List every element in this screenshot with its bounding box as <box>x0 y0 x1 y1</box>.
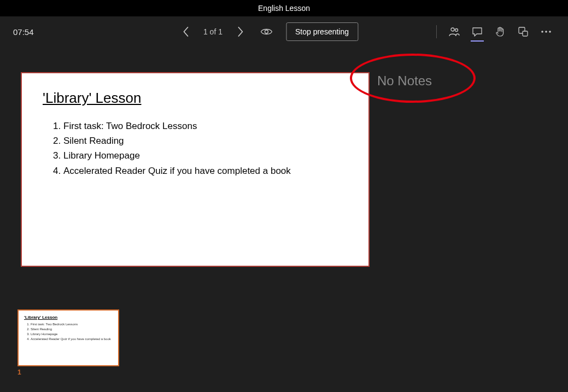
ellipsis-icon <box>541 30 552 33</box>
svg-point-2 <box>455 29 458 32</box>
window-title: English Lesson <box>258 4 310 13</box>
current-slide: 'Library' Lesson First task: Two Bedrock… <box>21 72 370 267</box>
svg-point-7 <box>549 31 551 33</box>
people-icon <box>449 26 460 37</box>
svg-point-1 <box>451 28 454 31</box>
list-item: First task: Two Bedrock Lessons <box>31 322 113 327</box>
next-slide-button[interactable] <box>231 23 249 40</box>
chevron-right-icon <box>236 26 244 37</box>
slide-title: 'Library' Lesson <box>43 90 348 107</box>
raise-hand-button[interactable] <box>489 21 511 43</box>
slide-thumbnail[interactable]: 'Library' Lesson First task: Two Bedrock… <box>17 309 119 366</box>
svg-point-6 <box>545 31 547 33</box>
thumbnail-number: 1 <box>17 368 119 376</box>
center-controls: 1 of 1 Stop presenting <box>177 22 358 41</box>
prev-slide-button[interactable] <box>177 23 195 40</box>
title-bar: English Lesson <box>0 0 568 16</box>
svg-rect-4 <box>523 31 528 36</box>
hand-icon <box>495 26 506 37</box>
breakout-rooms-button[interactable] <box>512 21 534 43</box>
list-item: Library Homepage <box>63 148 348 163</box>
view-button[interactable] <box>256 23 276 40</box>
content-area: 'Library' Lesson First task: Two Bedrock… <box>0 47 568 392</box>
divider <box>436 25 437 38</box>
thumbnail-strip: 'Library' Lesson First task: Two Bedrock… <box>17 309 119 376</box>
list-item: Library Homepage <box>31 332 113 337</box>
right-controls <box>431 21 557 43</box>
list-item: Silent Reading <box>63 133 348 148</box>
list-item: First task: Two Bedrock Lessons <box>63 119 348 133</box>
thumb-title: 'Library' Lesson <box>24 315 113 320</box>
thumb-list: First task: Two Bedrock Lessons Silent R… <box>24 322 113 342</box>
chat-button[interactable] <box>466 21 488 43</box>
chevron-left-icon <box>182 26 190 37</box>
svg-point-5 <box>541 31 543 33</box>
stop-presenting-button[interactable]: Stop presenting <box>286 22 358 41</box>
elapsed-timer: 07:54 <box>13 27 34 37</box>
list-item: Silent Reading <box>31 327 113 332</box>
slide-list: First task: Two Bedrock Lessons Silent R… <box>43 119 348 178</box>
participants-button[interactable] <box>443 21 465 43</box>
more-actions-button[interactable] <box>535 21 557 43</box>
eye-icon <box>260 27 272 36</box>
rooms-icon <box>518 26 529 37</box>
presenter-toolbar: 07:54 1 of 1 Stop presenting <box>0 16 568 47</box>
notes-panel: No Notes <box>377 73 432 89</box>
list-item: Accelerated Reader Quiz if you have comp… <box>31 337 113 342</box>
svg-point-0 <box>265 30 268 33</box>
list-item: Accelerated Reader Quiz if you have comp… <box>63 163 348 178</box>
slide-counter: 1 of 1 <box>199 27 227 36</box>
chat-icon <box>472 26 483 37</box>
